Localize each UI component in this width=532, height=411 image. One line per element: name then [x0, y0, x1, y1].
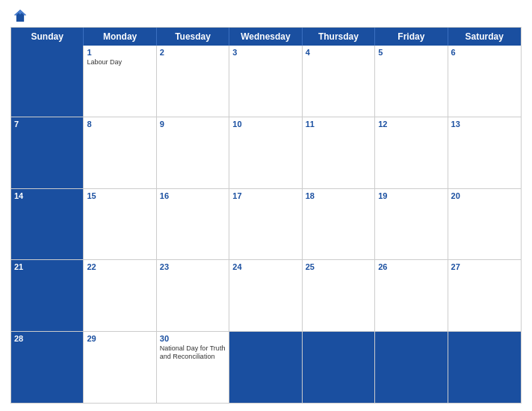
day-number: 15: [87, 191, 152, 200]
day-number: 28: [14, 334, 80, 343]
day-number: 30: [160, 334, 226, 343]
day-cell: 5: [375, 46, 448, 117]
day-number: 18: [306, 191, 371, 200]
day-cell: 2: [157, 46, 229, 117]
day-cell: 4: [303, 46, 375, 117]
day-number: 9: [160, 120, 226, 129]
day-cell: 11: [303, 117, 375, 188]
day-cell: 17: [229, 189, 302, 260]
day-number: 23: [160, 262, 226, 271]
day-cell: 22: [84, 260, 156, 331]
day-header-thursday: Thursday: [303, 28, 375, 46]
day-header-sunday: Sunday: [11, 28, 84, 46]
day-cell: 1Labour Day: [84, 46, 156, 117]
day-cell: 12: [375, 117, 448, 188]
day-cell: 26: [375, 260, 448, 331]
day-number: 21: [14, 262, 80, 271]
day-cell: 13: [448, 117, 521, 188]
day-cell: 24: [229, 260, 302, 331]
day-cell: [375, 332, 448, 403]
day-header-monday: Monday: [84, 28, 156, 46]
day-cell: 15: [84, 189, 156, 260]
day-headers-row: SundayMondayTuesdayWednesdayThursdayFrid…: [11, 28, 521, 46]
day-number: 5: [378, 48, 444, 57]
day-header-saturday: Saturday: [448, 28, 521, 46]
day-number: 12: [378, 120, 444, 129]
day-number: 11: [306, 120, 371, 129]
day-number: 25: [306, 262, 371, 271]
day-cell: 29: [84, 332, 156, 403]
week-row-2: 14151617181920: [11, 189, 521, 261]
day-cell: 25: [303, 260, 375, 331]
day-number: 22: [87, 262, 152, 271]
day-number: 19: [378, 191, 444, 200]
day-cell: 9: [157, 117, 229, 188]
day-number: 3: [232, 48, 298, 57]
day-cell: 16: [157, 189, 229, 260]
day-cell: 7: [11, 117, 84, 188]
page-header: [10, 7, 522, 24]
day-number: 2: [160, 48, 226, 57]
day-cell: 3: [229, 46, 302, 117]
day-header-tuesday: Tuesday: [157, 28, 229, 46]
day-cell: 18: [303, 189, 375, 260]
day-number: 24: [232, 262, 298, 271]
calendar-grid: SundayMondayTuesdayWednesdayThursdayFrid…: [10, 27, 522, 404]
day-number: 26: [378, 262, 444, 271]
holiday-label: National Day for Truth and Reconciliatio…: [160, 344, 226, 361]
day-cell: [448, 332, 521, 403]
day-cell: 19: [375, 189, 448, 260]
day-cell: 28: [11, 332, 84, 403]
week-row-0: 1Labour Day23456: [11, 46, 521, 117]
day-cell: 21: [11, 260, 84, 331]
day-number: 1: [87, 48, 152, 57]
day-number: 16: [160, 191, 226, 200]
day-number: 20: [451, 191, 518, 200]
day-cell: 10: [229, 117, 302, 188]
day-number: 8: [87, 120, 152, 129]
day-header-friday: Friday: [375, 28, 448, 46]
svg-marker-1: [14, 10, 26, 15]
day-cell: [229, 332, 302, 403]
day-cell: [303, 332, 375, 403]
day-cell: 14: [11, 189, 84, 260]
day-cell: 6: [448, 46, 521, 117]
holiday-label: Labour Day: [87, 58, 152, 67]
day-cell: 27: [448, 260, 521, 331]
day-number: 27: [451, 262, 518, 271]
day-cell: 20: [448, 189, 521, 260]
logo-bird-icon: [12, 7, 28, 24]
day-number: 4: [306, 48, 371, 57]
day-number: 10: [232, 120, 298, 129]
day-number: 29: [87, 334, 152, 343]
day-cell: 23: [157, 260, 229, 331]
week-row-4: 282930National Day for Truth and Reconci…: [11, 332, 521, 403]
day-header-wednesday: Wednesday: [229, 28, 302, 46]
day-number: 6: [451, 48, 518, 57]
day-number: 7: [14, 120, 80, 129]
day-number: 14: [14, 191, 80, 200]
week-row-1: 78910111213: [11, 117, 521, 189]
week-row-3: 21222324252627: [11, 260, 521, 332]
day-cell: 30National Day for Truth and Reconciliat…: [157, 332, 229, 403]
logo: [12, 7, 31, 24]
weeks-container: 1Labour Day23456789101112131415161718192…: [11, 46, 521, 403]
day-cell: [11, 46, 84, 117]
day-cell: 8: [84, 117, 156, 188]
calendar-page: SundayMondayTuesdayWednesdayThursdayFrid…: [0, 0, 532, 411]
day-number: 13: [451, 120, 518, 129]
day-number: 17: [232, 191, 298, 200]
